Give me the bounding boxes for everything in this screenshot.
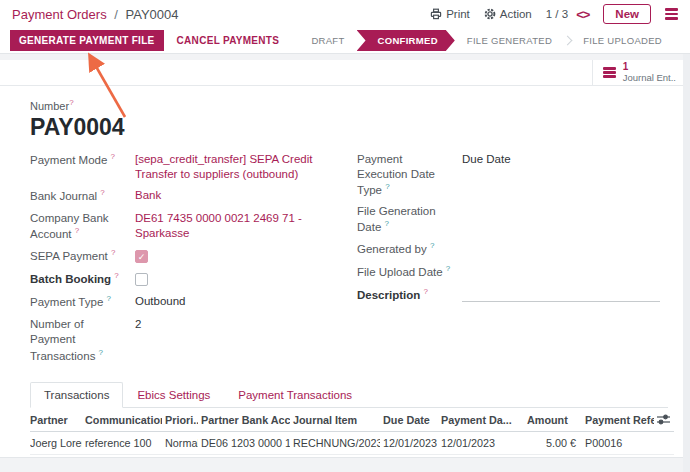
field-company-bank-account: Company Bank Account ?DE61 7435 0000 002…	[30, 211, 341, 242]
field-label: File Upload Date ?	[357, 264, 462, 281]
field-label: Payment Type ?	[30, 294, 135, 311]
status-stage-confirmed[interactable]: CONFIRMED	[357, 30, 455, 51]
field-value-link[interactable]: Bank	[135, 188, 341, 205]
pager-arrows: < >	[576, 8, 589, 21]
action-label: Action	[500, 8, 532, 20]
column-header-due-date[interactable]: Due Date	[380, 409, 438, 432]
action-buttons: GENERATE PAYMENT FILECANCEL PAYMENTS	[10, 30, 288, 51]
breadcrumb: Payment Orders / PAY0004	[12, 7, 179, 22]
journal-entries-icon	[603, 65, 616, 79]
top-controls: Print Action 1 / 3 < > New	[430, 4, 678, 24]
field-value: 2	[135, 317, 341, 363]
field-label: Bank Journal ?	[30, 188, 135, 205]
generate-payment-file-button[interactable]: GENERATE PAYMENT FILE	[10, 30, 164, 51]
cancel-payments-button[interactable]: CANCEL PAYMENTS	[168, 30, 289, 51]
action-button[interactable]: Action	[484, 8, 532, 20]
tab-transactions[interactable]: Transactions	[30, 382, 123, 408]
cell-payment-referen[interactable]: P00016	[582, 431, 654, 454]
form-sheet: 1 Journal Ent.. Number? PAY0004 Payment …	[0, 60, 690, 457]
cell-payment-da[interactable]: 12/01/2023	[438, 431, 524, 454]
journal-entries-stat-button[interactable]: 1 Journal Ent..	[592, 60, 690, 85]
content-bottom-margin	[0, 457, 690, 472]
field-generated-by: Generated by ?	[357, 241, 668, 258]
field-number-of-payment-transactions: Number of Payment Transactions ?2	[30, 317, 341, 363]
description-input[interactable]	[462, 287, 660, 302]
cell-priori[interactable]: Normal	[162, 431, 198, 454]
field-file-generation-date: File Generation Date ?	[357, 204, 668, 235]
cell-journal-item[interactable]: RECHNUNG/2023/0006 (	[290, 431, 380, 454]
cell-partner-bank-account[interactable]: DE06 1203 0000 1057 25	[198, 431, 290, 454]
field-value-link[interactable]: [sepa_credit_transfer] SEPA Credit Trans…	[135, 152, 341, 182]
transactions-table: PartnerCommunicationPriori...Partner Ban…	[30, 409, 674, 457]
print-button[interactable]: Print	[430, 8, 470, 20]
breadcrumb-payment-orders-link[interactable]: Payment Orders	[12, 7, 107, 22]
checkbox[interactable]	[135, 273, 148, 286]
tab-ebics-settings[interactable]: Ebics Settings	[123, 382, 224, 407]
button-box: 1 Journal Ent..	[0, 60, 690, 86]
field-grid: Payment Mode ?[sepa_credit_transfer] SEP…	[30, 152, 668, 370]
cell-due-date[interactable]: 12/01/2023	[380, 431, 438, 454]
help-icon: ?	[430, 241, 434, 250]
field-payment-mode: Payment Mode ?[sepa_credit_transfer] SEP…	[30, 152, 341, 182]
field-value	[462, 204, 668, 235]
cell-blank	[654, 431, 674, 454]
field-sepa-payment: SEPA Payment ?✓	[30, 248, 341, 265]
number-field-label: Number?	[30, 98, 668, 112]
printer-icon	[430, 8, 442, 20]
field-value	[135, 271, 341, 288]
field-value-link[interactable]: DE61 7435 0000 0021 2469 71 - Sparkasse	[135, 211, 341, 242]
column-header-priori[interactable]: Priori...	[162, 409, 198, 432]
pager-next-button[interactable]: >	[583, 8, 590, 21]
field-label: Description ?	[357, 287, 462, 304]
column-header-journal-item[interactable]: Journal Item	[290, 409, 380, 432]
field-value	[462, 264, 668, 281]
vertical-scrollbar[interactable]	[683, 54, 690, 472]
new-button[interactable]: New	[603, 4, 651, 24]
field-value: Due Date	[462, 152, 668, 198]
column-header-payment-da[interactable]: Payment Da...	[438, 409, 524, 432]
status-stage-draft[interactable]: DRAFT	[299, 30, 356, 51]
tab-payment-transactions[interactable]: Payment Transactions	[224, 382, 366, 407]
form-right-column: Payment Execution Date Type ?Due DateFil…	[357, 152, 668, 370]
optional-columns-icon[interactable]	[654, 409, 674, 432]
help-icon: ?	[107, 294, 111, 303]
payment-order-form-view: Payment Orders / PAY0004 Print Action 1 …	[0, 0, 690, 472]
action-statusbar: GENERATE PAYMENT FILECANCEL PAYMENTS DRA…	[0, 28, 690, 54]
notebook-tabs: TransactionsEbics SettingsPayment Transa…	[30, 382, 668, 408]
field-payment-execution-date-type: Payment Execution Date Type ?Due Date	[357, 152, 668, 198]
help-icon: ?	[385, 182, 389, 191]
pager-previous-button[interactable]: <	[576, 8, 583, 21]
field-file-upload-date: File Upload Date ?	[357, 264, 668, 281]
cell-communication[interactable]: reference 100	[82, 431, 162, 454]
field-label: Number of Payment Transactions ?	[30, 317, 135, 363]
transaction-row[interactable]: Joerg Lorenzreference 100NormalDE06 1203…	[30, 431, 674, 454]
checkbox: ✓	[135, 250, 148, 263]
table-header-row: PartnerCommunicationPriori...Partner Ban…	[30, 409, 674, 432]
breadcrumb-current-record: PAY0004	[126, 7, 179, 22]
breadcrumb-separator: /	[114, 7, 118, 22]
journal-entries-label: Journal Ent..	[623, 73, 676, 84]
top-navbar: Payment Orders / PAY0004 Print Action 1 …	[0, 0, 690, 28]
cell-partner[interactable]: Joerg Lorenz	[30, 431, 82, 454]
statusbar: DRAFTCONFIRMEDFILE GENERATEDFILE UPLOADE…	[299, 30, 674, 51]
column-header-payment-referen[interactable]: Payment Referen...	[582, 409, 654, 432]
field-value: Outbound	[135, 294, 341, 311]
menu-toggle-icon[interactable]	[665, 6, 678, 22]
page-title: PAY0004	[30, 114, 668, 141]
cell-amount[interactable]: 5.00 €	[524, 431, 582, 454]
field-value	[462, 287, 668, 304]
field-value	[462, 241, 668, 258]
help-icon: ?	[100, 188, 104, 197]
status-stage-file-uploaded[interactable]: FILE UPLOADED	[571, 30, 674, 51]
column-header-communication[interactable]: Communication	[82, 409, 162, 432]
column-header-partner[interactable]: Partner	[30, 409, 82, 432]
gear-icon	[484, 8, 496, 20]
status-stage-file-generated[interactable]: FILE GENERATED	[455, 30, 564, 51]
field-label: Payment Mode ?	[30, 152, 135, 182]
column-header-partner-bank-account[interactable]: Partner Bank Account	[198, 409, 290, 432]
sheet-body: Number? PAY0004 Payment Mode ?[sepa_cred…	[0, 86, 690, 457]
field-label: File Generation Date ?	[357, 204, 462, 235]
field-label: Batch Booking ?	[30, 271, 135, 288]
column-header-amount[interactable]: Amount	[524, 409, 582, 432]
field-payment-type: Payment Type ?Outbound	[30, 294, 341, 311]
